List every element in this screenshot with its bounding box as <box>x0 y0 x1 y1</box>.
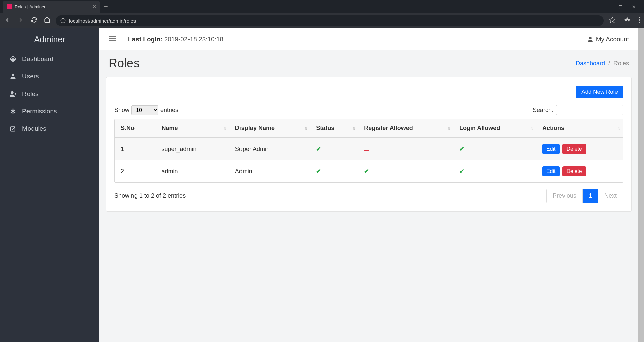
column-header[interactable]: S.No↑↓ <box>115 119 155 138</box>
cell-display: Super Admin <box>229 138 310 160</box>
back-button[interactable] <box>4 17 11 25</box>
roles-table: S.No↑↓Name↑↓Display Name↑↓Status↑↓Regist… <box>114 119 623 183</box>
entries-label: entries <box>160 107 178 114</box>
brand[interactable]: Adminer <box>0 28 99 50</box>
window-controls: ─ ▢ ✕ <box>605 4 644 9</box>
sort-icon: ↑↓ <box>447 126 449 131</box>
sort-icon: ↑↓ <box>150 126 152 131</box>
search-input[interactable] <box>556 105 623 115</box>
svg-rect-10 <box>109 38 116 39</box>
incognito-icon[interactable] <box>624 17 631 25</box>
column-header[interactable]: Register Allowed↑↓ <box>358 119 453 138</box>
cell-status: ✔ <box>310 160 358 182</box>
minimize-button[interactable]: ─ <box>605 4 609 9</box>
browser-toolbar: localhost/adminer/admin/roles <box>0 13 644 28</box>
sort-icon: ↑↓ <box>223 126 225 131</box>
table-info: Showing 1 to 2 of 2 entries <box>114 192 186 199</box>
cell-sno: 2 <box>115 160 155 182</box>
browser-tab[interactable]: Roles | Adminer × <box>3 1 100 13</box>
sidebar-item-label: Roles <box>22 90 39 98</box>
pagination-page[interactable]: 1 <box>583 189 598 203</box>
cell-name: admin <box>155 160 229 182</box>
browser-viewport: Adminer DashboardUsersRolesPermissionsMo… <box>0 28 644 342</box>
sidebar-item-label: Users <box>22 73 39 80</box>
check-icon: ✔ <box>459 146 464 152</box>
length-select[interactable]: 10 <box>131 105 158 115</box>
browser-tab-strip: Roles | Adminer × + ─ ▢ ✕ <box>0 0 644 13</box>
cell-register: ✔ <box>358 160 453 182</box>
address-bar[interactable]: localhost/adminer/admin/roles <box>56 15 604 26</box>
user-icon <box>9 73 17 80</box>
star-icon[interactable] <box>609 17 616 25</box>
menu-icon[interactable] <box>639 17 640 24</box>
sidebar-item-label: Modules <box>22 125 46 132</box>
sidebar-item-permissions[interactable]: Permissions <box>0 103 99 120</box>
info-icon <box>60 18 66 23</box>
column-header[interactable]: Display Name↑↓ <box>229 119 310 138</box>
minus-icon <box>364 150 369 151</box>
tab-title: Roles | Adminer <box>15 4 90 9</box>
table-row: 2adminAdmin✔✔✔EditDelete <box>115 160 623 182</box>
column-header[interactable]: Login Allowed↑↓ <box>453 119 536 138</box>
user-icon <box>587 36 593 42</box>
svg-point-6 <box>639 19 640 21</box>
cell-register <box>358 138 453 160</box>
reload-button[interactable] <box>31 17 37 25</box>
scrollbar-thumb[interactable] <box>638 28 644 342</box>
forward-button[interactable] <box>17 17 24 25</box>
svg-point-7 <box>639 22 640 23</box>
pagination-next[interactable]: Next <box>598 189 623 203</box>
pagination: Previous 1 Next <box>546 189 623 203</box>
main-content: Last Login: 2019-02-18 23:10:18 My Accou… <box>99 28 638 342</box>
my-account-link[interactable]: My Account <box>587 36 629 43</box>
last-login-label: Last Login: <box>128 36 162 43</box>
svg-marker-3 <box>610 17 615 23</box>
hamburger-icon[interactable] <box>109 36 116 43</box>
add-new-role-button[interactable]: Add New Role <box>576 86 623 98</box>
favicon-icon <box>7 4 12 9</box>
svg-rect-4 <box>625 19 630 20</box>
check-icon: ✔ <box>316 168 321 175</box>
delete-button[interactable]: Delete <box>562 166 586 176</box>
gauge-icon <box>9 55 17 63</box>
cell-actions: EditDelete <box>536 160 623 182</box>
show-label: Show <box>114 107 129 114</box>
close-window-button[interactable]: ✕ <box>632 4 636 9</box>
url-text: localhost/adminer/admin/roles <box>69 18 136 24</box>
app-header: Last Login: 2019-02-18 23:10:18 My Accou… <box>99 28 638 50</box>
cell-sno: 1 <box>115 138 155 160</box>
check-square-icon <box>9 125 17 132</box>
sidebar-item-dashboard[interactable]: Dashboard <box>0 50 99 68</box>
home-button[interactable] <box>44 17 50 25</box>
asterisk-icon <box>9 108 17 115</box>
user-plus-icon <box>9 91 17 97</box>
edit-button[interactable]: Edit <box>542 144 560 154</box>
page-title: Roles <box>109 56 140 70</box>
scrollbar[interactable] <box>638 28 644 342</box>
close-tab-icon[interactable]: × <box>93 4 96 10</box>
edit-button[interactable]: Edit <box>542 166 560 176</box>
sidebar-item-label: Dashboard <box>22 55 53 63</box>
table-footer: Showing 1 to 2 of 2 entries Previous 1 N… <box>114 189 623 203</box>
sort-icon: ↑↓ <box>531 126 533 131</box>
sidebar-item-users[interactable]: Users <box>0 68 99 85</box>
sidebar-item-roles[interactable]: Roles <box>0 85 99 103</box>
column-header[interactable]: Actions↑↓ <box>536 119 623 138</box>
search-label: Search: <box>533 107 553 114</box>
delete-button[interactable]: Delete <box>562 144 586 154</box>
breadcrumb-home[interactable]: Dashboard <box>576 60 605 67</box>
cell-display: Admin <box>229 160 310 182</box>
new-tab-button[interactable]: + <box>104 3 108 11</box>
column-header[interactable]: Status↑↓ <box>310 119 358 138</box>
last-login-value: 2019-02-18 23:10:18 <box>164 36 223 43</box>
breadcrumb-current: Roles <box>613 60 629 67</box>
column-header[interactable]: Name↑↓ <box>155 119 229 138</box>
check-icon: ✔ <box>364 168 369 175</box>
table-row: 1super_adminSuper Admin✔✔EditDelete <box>115 138 623 160</box>
maximize-button[interactable]: ▢ <box>618 4 623 9</box>
sidebar-item-modules[interactable]: Modules <box>0 120 99 137</box>
cell-login: ✔ <box>453 138 536 160</box>
sidebar: Adminer DashboardUsersRolesPermissionsMo… <box>0 28 99 342</box>
pagination-prev[interactable]: Previous <box>547 189 583 203</box>
svg-rect-11 <box>109 40 116 41</box>
